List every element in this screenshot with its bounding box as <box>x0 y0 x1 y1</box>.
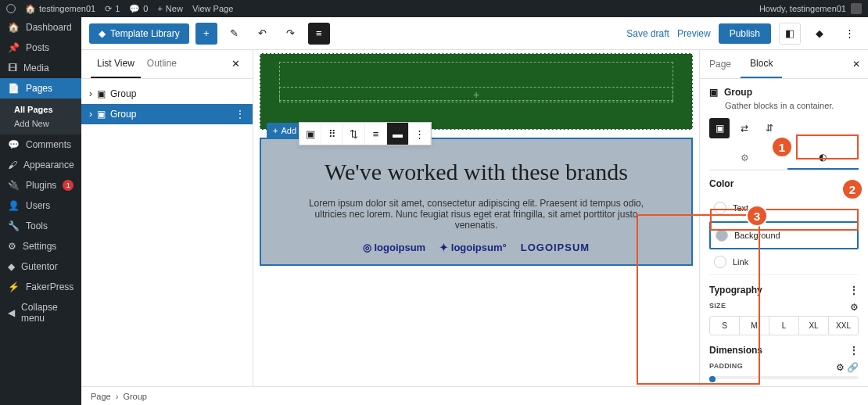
menu-collapse[interactable]: ◀Collapse menu <box>0 297 81 328</box>
size-l[interactable]: L <box>769 317 799 335</box>
selected-group-block[interactable]: We've worked with these brands Lorem ips… <box>260 138 693 266</box>
menu-appearance[interactable]: 🖌Appearance <box>0 155 81 175</box>
wp-logo[interactable] <box>6 4 16 13</box>
padding-controls-icon[interactable]: ⚙ 🔗 <box>836 362 859 373</box>
block-drag-handle[interactable]: ⠿ <box>321 123 343 145</box>
view-page[interactable]: View Page <box>192 4 233 13</box>
preview-button[interactable]: Preview <box>677 28 711 39</box>
redo-button[interactable]: ↷ <box>280 23 302 45</box>
menu-users[interactable]: 👤Users <box>0 195 81 216</box>
site-name[interactable]: 🏠 testingemen01 <box>25 4 95 14</box>
logos-row: ◎ logoipsum ✦ logoipsum° LOGOIPSUM <box>292 242 660 253</box>
block-justify[interactable]: ▬ <box>387 123 409 145</box>
color-link-item[interactable]: Link <box>709 249 859 275</box>
color-background-item[interactable]: Background <box>709 221 859 249</box>
size-label: SIZE <box>709 302 726 310</box>
layout-row-icon[interactable]: ⇄ <box>734 118 755 138</box>
admin-menu: 🏠Dashboard 📌Posts 🎞Media 📄Pages All Page… <box>0 17 81 405</box>
details-button[interactable]: ≡ <box>308 23 330 45</box>
template-library-button[interactable]: ◆Template Library <box>89 23 189 44</box>
size-buttons: S M L XL XXL <box>709 316 859 335</box>
undo-button[interactable]: ↶ <box>252 23 274 45</box>
howdy[interactable]: Howdy, testingemen01 <box>759 4 846 13</box>
block-description: Gather blocks in a container. <box>725 101 859 110</box>
list-item-group-2[interactable]: ›▣Group⋮ <box>81 104 253 124</box>
block-info-header: ▣ Group <box>709 87 859 98</box>
menu-settings[interactable]: ⚙Settings <box>0 236 81 256</box>
settings-sidebar: Page Block ✕ ▣ Group Gather blocks in a … <box>699 50 868 386</box>
breadcrumb: Page › Group <box>81 386 868 405</box>
publish-button[interactable]: Publish <box>719 23 771 44</box>
sidebar-close[interactable]: ✕ <box>845 51 868 77</box>
breadcrumb-group[interactable]: Group <box>123 392 147 401</box>
submenu-add-new[interactable]: Add New <box>9 116 81 131</box>
new-content[interactable]: + New <box>157 4 182 13</box>
size-xl[interactable]: XL <box>799 317 829 335</box>
size-xxl[interactable]: XXL <box>829 317 858 335</box>
add-block-button[interactable]: + <box>195 23 217 45</box>
menu-tools[interactable]: 🔧Tools <box>0 216 81 236</box>
padding-slider-thumb[interactable] <box>709 376 716 382</box>
styles-tab[interactable]: ◐ <box>787 146 859 170</box>
menu-pages-sub: All Pages Add New <box>0 99 81 134</box>
logo-1: ◎ logoipsum <box>363 242 425 253</box>
tab-list-view[interactable]: List View <box>91 50 141 78</box>
layout-group-icon[interactable]: ▣ <box>709 118 730 138</box>
admin-bar: 🏠 testingemen01 ⟳ 1 💬 0 + New View Page … <box>0 0 868 17</box>
gutentor-button[interactable]: ◆ <box>809 23 830 45</box>
brands-heading[interactable]: We've worked with these brands <box>292 156 660 187</box>
settings-toggle-button[interactable]: ◧ <box>779 23 801 45</box>
breadcrumb-page[interactable]: Page <box>91 392 111 401</box>
size-m[interactable]: M <box>740 317 769 335</box>
list-view-close[interactable]: ✕ <box>228 50 243 78</box>
options-button[interactable]: ⋮ <box>838 23 860 45</box>
avatar[interactable] <box>851 3 862 14</box>
logo-3: LOGOIPSUM <box>521 242 590 253</box>
add-block-inline[interactable]: + <box>279 87 673 102</box>
layout-stack-icon[interactable]: ⇵ <box>759 118 780 138</box>
block-toolbar: ▣ ⠿ ⇅ ≡ ▬ ⋮ <box>299 122 432 145</box>
typography-panel-options[interactable]: ⋮ <box>849 285 859 296</box>
menu-fakerpress[interactable]: ⚡FakerPress <box>0 277 81 297</box>
svg-point-0 <box>7 5 16 13</box>
sidebar-tab-block[interactable]: Block <box>741 50 782 78</box>
block-more[interactable]: ⋮ <box>409 123 431 145</box>
annotation-2: 2 <box>841 178 863 200</box>
typography-panel-label: Typography <box>709 285 762 296</box>
color-text-item[interactable]: Text <box>709 195 859 221</box>
list-view-panel: List View Outline ✕ ›▣Group ›▣Group⋮ <box>81 50 253 386</box>
editor: ◆Template Library + ✎ ↶ ↷ ≡ Save draft P… <box>81 17 868 405</box>
brands-paragraph[interactable]: Lorem ipsum dolor sit amet, consectetur … <box>292 198 660 231</box>
updates[interactable]: ⟳ 1 <box>105 4 120 14</box>
save-draft-button[interactable]: Save draft <box>626 28 669 39</box>
logo-2: ✦ logoipsum° <box>439 242 507 253</box>
menu-posts[interactable]: 📌Posts <box>0 38 81 58</box>
tab-outline[interactable]: Outline <box>141 50 183 78</box>
annotation-1: 1 <box>771 136 793 158</box>
settings-tab[interactable]: ⚙ <box>709 146 781 170</box>
dimensions-panel-options[interactable]: ⋮ <box>849 345 859 356</box>
menu-pages[interactable]: 📄Pages <box>0 78 81 99</box>
menu-media[interactable]: 🎞Media <box>0 58 81 78</box>
size-s[interactable]: S <box>710 317 740 335</box>
list-item-group-1[interactable]: ›▣Group <box>81 84 253 104</box>
block-move[interactable]: ⇅ <box>343 123 365 145</box>
menu-dashboard[interactable]: 🏠Dashboard <box>0 17 81 38</box>
sidebar-tab-page[interactable]: Page <box>700 51 741 77</box>
edit-button[interactable]: ✎ <box>224 23 246 45</box>
padding-label: PADDING <box>709 362 743 370</box>
editor-toolbar: ◆Template Library + ✎ ↶ ↷ ≡ Save draft P… <box>81 17 868 50</box>
menu-gutentor[interactable]: ◆Gutentor <box>0 256 81 277</box>
block-type-icon[interactable]: ▣ <box>299 123 321 145</box>
dimensions-panel-label: Dimensions <box>709 345 762 356</box>
size-toggle-icon[interactable]: ⚙ <box>850 302 859 313</box>
green-group-block[interactable]: + + Add Car <box>260 53 693 130</box>
color-panel-label: Color <box>709 178 733 189</box>
editor-canvas[interactable]: + + Add Car ▣ ⠿ ⇅ ≡ ▬ ⋮ We've worked wit… <box>253 50 699 386</box>
submenu-all-pages[interactable]: All Pages <box>9 102 81 116</box>
menu-comments[interactable]: 💬Comments <box>0 134 81 155</box>
menu-plugins[interactable]: 🔌Plugins1 <box>0 175 81 195</box>
annotation-3: 3 <box>746 205 768 227</box>
comments-count[interactable]: 💬 0 <box>129 4 148 14</box>
block-align[interactable]: ≡ <box>365 123 387 145</box>
